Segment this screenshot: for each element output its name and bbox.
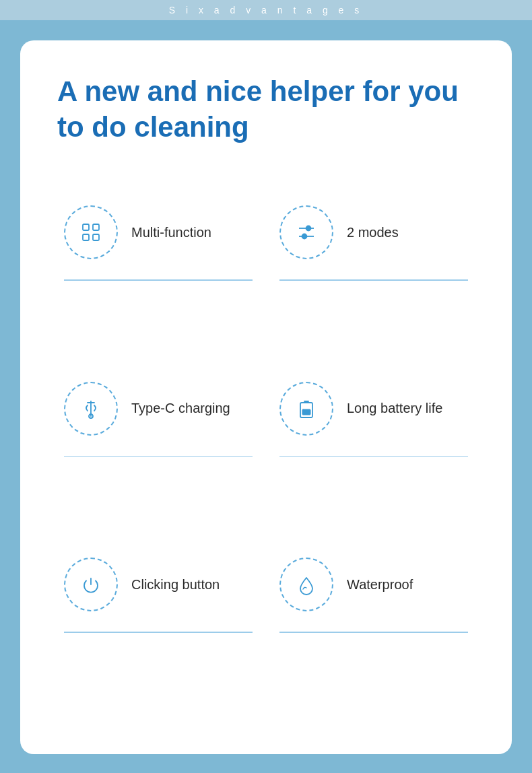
feature-content-battery: Long battery life [279,382,468,436]
sliders-icon [294,220,319,245]
divider-two-modes [279,279,468,281]
feature-label-two-modes: 2 modes [347,225,399,240]
usb-icon [78,396,104,422]
icon-circle-two-modes [279,205,333,259]
divider-multi-function [64,279,253,281]
icon-circle-waterproof [279,558,333,611]
icon-circle-battery [279,382,333,436]
feature-label-power: Clicking button [131,577,220,593]
top-bar-label: S i x a d v a n t a g e s [169,5,364,15]
grid-icon [78,220,104,245]
icon-circle-multi-function [64,205,118,259]
battery-icon [294,396,319,422]
feature-type-c: Type-C charging [57,362,266,538]
features-grid: Multi-function 2 modes [57,185,475,714]
icon-circle-type-c [64,382,118,436]
feature-label-battery: Long battery life [347,401,442,416]
feature-two-modes: 2 modes [266,185,475,362]
main-card: A new and nice helper for you to do clea… [20,40,512,754]
divider-waterproof [279,632,468,633]
main-title: A new and nice helper for you to do clea… [57,74,475,145]
feature-content-waterproof: Waterproof [279,558,468,611]
feature-label-waterproof: Waterproof [347,577,413,593]
svg-rect-2 [83,234,89,240]
icon-circle-power [64,558,118,611]
svg-point-5 [306,226,311,231]
svg-rect-1 [93,224,99,230]
feature-waterproof: Waterproof [266,537,475,714]
drop-icon [294,572,319,597]
power-icon [78,572,104,597]
svg-rect-0 [83,224,89,230]
divider-type-c [64,456,253,457]
divider-power [64,632,253,633]
svg-rect-3 [93,234,99,240]
divider-battery [279,456,468,457]
top-bar: S i x a d v a n t a g e s [0,0,532,20]
feature-label-type-c: Type-C charging [131,401,230,416]
feature-content-type-c: Type-C charging [64,382,253,436]
feature-content-multi-function: Multi-function [64,205,253,259]
feature-battery: Long battery life [266,362,475,538]
svg-rect-13 [302,409,310,415]
feature-multi-function: Multi-function [57,185,266,362]
feature-label-multi-function: Multi-function [131,225,211,240]
feature-content-two-modes: 2 modes [279,205,468,259]
svg-point-7 [302,234,307,239]
feature-content-power: Clicking button [64,558,253,611]
feature-power: Clicking button [57,537,266,714]
